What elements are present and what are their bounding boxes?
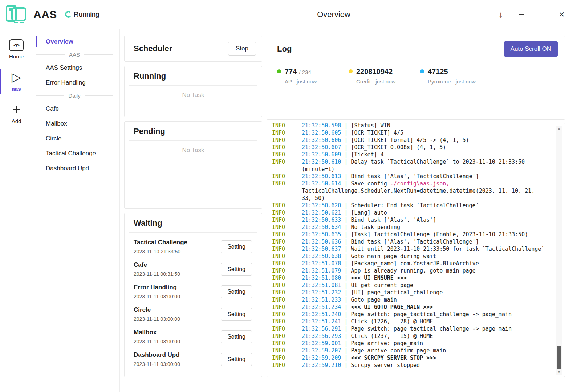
page-title: Overview: [86, 10, 581, 19]
waiting-setting-button[interactable]: Setting: [221, 353, 252, 366]
scroll-down-icon[interactable]: ▼: [556, 369, 562, 375]
rail-label-add: Add: [12, 118, 21, 124]
log-line: INFO21:32:50.638 | Goto main page during…: [272, 253, 565, 260]
plus-icon: +: [12, 103, 20, 116]
log-line: INFO21:32:50.635 | [Task] TacticalChalle…: [272, 231, 565, 238]
rail-label-home: Home: [9, 53, 24, 60]
waiting-task-name: Cafe: [134, 261, 180, 269]
log-line: INFO21:32:50.633 | Bind task ['Alas', 'A…: [272, 216, 565, 224]
status-dot-icon: [349, 69, 353, 73]
nav-item-mailbox[interactable]: Mailbox: [33, 116, 119, 131]
auto-scroll-button[interactable]: Auto Scroll ON: [504, 41, 558, 57]
log-line: INFO21:32:50.637 | Wait until 2023-11-10…: [272, 245, 565, 253]
resource-stat: 47125Pyroxene - just now: [420, 68, 492, 85]
log-line: INFO21:32:50.614 | Save config ./config\…: [272, 180, 565, 202]
waiting-task-time: 2023-11-11 03:00:00: [134, 339, 180, 345]
nav-item-tactical-challenge[interactable]: Tactical Challenge: [33, 146, 119, 161]
rail-label-aas: aas: [12, 86, 21, 92]
waiting-task-row: Circle2023-11-11 03:00:00Setting: [134, 303, 252, 326]
log-line: INFO21:32:51.081 | UI get current page: [272, 282, 565, 289]
waiting-task-row: Cafe2023-11-11 00:31:50Setting: [134, 258, 252, 281]
waiting-title: Waiting: [125, 213, 262, 232]
log-title: Log: [277, 44, 292, 54]
log-header-card: Log Auto Scroll ON 774/ 234AP - just now…: [267, 36, 565, 120]
scheduler-card: Scheduler Stop: [124, 36, 262, 62]
log-line: INFO21:32:51.079 | App is already runnin…: [272, 267, 565, 274]
log-line: INFO21:32:59.210 | Scrcpy server stopped: [272, 362, 565, 369]
log-lines: INFO21:32:50.598 | [Status] WININFO21:32…: [272, 123, 565, 369]
waiting-setting-button[interactable]: Setting: [221, 308, 252, 321]
stat-value: 774: [285, 68, 297, 75]
resource-stat: 220810942Credit - just now: [349, 68, 420, 85]
log-line: INFO21:32:51.241 | Click (1226, 28) @ HO…: [272, 318, 565, 325]
nav-item-error-handling[interactable]: Error Handling: [33, 75, 119, 90]
log-line: INFO21:32:59.001 | Page arrive: page_mai…: [272, 340, 565, 347]
pending-title: Pending: [125, 122, 262, 140]
log-line: INFO21:32:50.621 | [Lang] auto: [272, 209, 565, 216]
waiting-list: Tactical Challenge2023-11-10 21:33:50Set…: [125, 233, 262, 371]
running-title: Running: [125, 66, 262, 85]
nav-item-overview[interactable]: Overview: [33, 34, 119, 49]
stat-label: Credit - just now: [356, 78, 395, 85]
code-window-icon: </>: [9, 39, 24, 51]
pending-card: Pending No Task: [124, 121, 262, 209]
nav-item-aas-settings[interactable]: AAS Settings: [33, 60, 119, 75]
log-line: INFO21:32:50.620 | Scheduler: End task `…: [272, 202, 565, 209]
rail-sidebar: </> Home ▷ aas + Add: [0, 29, 33, 392]
waiting-setting-button[interactable]: Setting: [221, 285, 252, 298]
waiting-setting-button[interactable]: Setting: [221, 330, 252, 343]
scheduler-title: Scheduler: [134, 44, 172, 53]
log-line: INFO21:32:59.209 | <<< SCRCPY SERVER STO…: [272, 354, 565, 362]
status-dot-icon: [420, 69, 424, 73]
app-name: AAS: [33, 8, 57, 21]
divider: [129, 85, 257, 86]
rail-item-home[interactable]: </> Home: [0, 36, 33, 62]
waiting-task-row: Tactical Challenge2023-11-10 21:33:50Set…: [134, 236, 252, 258]
log-line: INFO21:32:51.240 | Page switch: page_tac…: [272, 311, 565, 318]
stat-label: Pyroxene - just now: [428, 78, 476, 85]
scroll-up-icon[interactable]: ▲: [556, 126, 562, 131]
waiting-task-name: Circle: [134, 306, 180, 314]
log-line: INFO21:32:50.634 | No task pending: [272, 224, 565, 231]
log-line: INFO21:32:56.293 | Click (1237, 15) @ HO…: [272, 332, 565, 340]
nav-item-cafe[interactable]: Cafe: [33, 101, 119, 116]
log-stats: 774/ 234AP - just now220810942Credit - j…: [277, 68, 558, 85]
nav-item-dashboard-upd[interactable]: Dashboard Upd: [33, 161, 119, 176]
log-line: INFO21:32:50.613 | Bind task ['Alas', 'T…: [272, 173, 565, 180]
waiting-task-name: Tactical Challenge: [134, 239, 187, 246]
waiting-setting-button[interactable]: Setting: [221, 263, 252, 276]
log-line: INFO21:32:50.609 | [Ticket] 4: [272, 151, 565, 158]
waiting-task-time: 2023-11-11 03:00:00: [134, 316, 180, 322]
waiting-card: Waiting Tactical Challenge2023-11-10 21:…: [124, 213, 262, 377]
pending-empty-text: No Task: [125, 147, 262, 154]
nav-item-circle[interactable]: Circle: [33, 131, 119, 146]
log-line: INFO21:32:51.233 | Goto page_main: [272, 296, 565, 303]
log-line: INFO21:32:50.605 | [OCR_TICKET] 4/5: [272, 129, 565, 136]
rail-item-aas[interactable]: ▷ aas: [0, 68, 33, 95]
log-column: Log Auto Scroll ON 774/ 234AP - just now…: [267, 36, 565, 377]
scheduler-column: Scheduler Stop Running No Task Pending N…: [124, 36, 262, 377]
running-empty-text: No Task: [125, 91, 262, 99]
log-scrollbar[interactable]: ▲ ▼: [556, 126, 562, 375]
log-line: INFO21:32:59.207 | Page arrive confirm p…: [272, 347, 565, 354]
log-line: INFO21:32:50.607 | [OCR_TICKET 0.008s] (…: [272, 144, 565, 151]
main-content: Scheduler Stop Running No Task Pending N…: [120, 29, 581, 392]
app-logo-icon: [4, 4, 28, 25]
waiting-task-name: Dashboard Upd: [134, 351, 180, 359]
waiting-task-name: Mailbox: [134, 329, 180, 336]
scrollbar-thumb[interactable]: [557, 346, 561, 369]
log-line: INFO21:32:51.080 | <<< UI ENSURE >>>: [272, 274, 565, 282]
log-line: INFO21:32:51.232 | [UI] page_tactical_ch…: [272, 289, 565, 296]
log-line: INFO21:32:50.610 | Delay task `TacticalC…: [272, 158, 565, 173]
waiting-task-time: 2023-11-10 21:33:50: [134, 249, 187, 255]
play-icon: ▷: [12, 70, 21, 83]
log-line: INFO21:32:51.078 | [Package_name] com.Yo…: [272, 260, 565, 267]
log-line: INFO21:32:51.234 | <<< UI GOTO PAGE_MAIN…: [272, 303, 565, 311]
resource-stat: 774/ 234AP - just now: [277, 68, 349, 85]
waiting-setting-button[interactable]: Setting: [221, 240, 252, 253]
rail-item-add[interactable]: + Add: [0, 100, 33, 127]
stat-label: AP - just now: [285, 78, 317, 85]
scheduler-stop-button[interactable]: Stop: [228, 42, 256, 56]
waiting-task-name: Error Handling: [134, 284, 180, 291]
log-console[interactable]: INFO21:32:50.598 | [Status] WININFO21:32…: [267, 123, 565, 377]
